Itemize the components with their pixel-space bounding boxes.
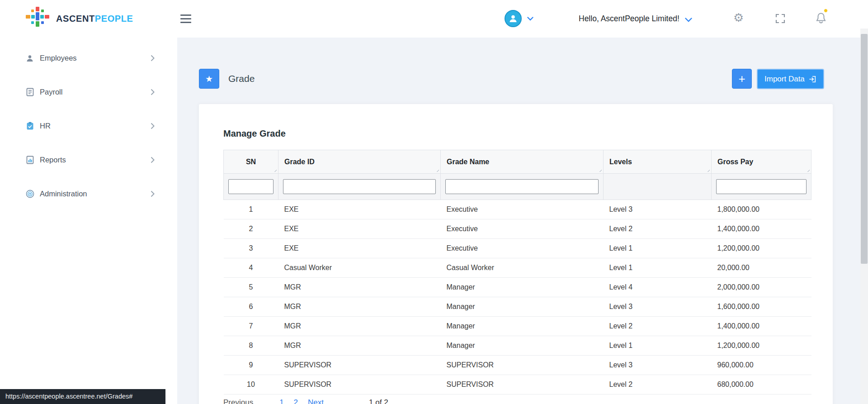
filter-input-sn[interactable] [228, 179, 274, 194]
filter-cell-grade-id [278, 174, 441, 200]
table-cell: Manager [441, 317, 604, 336]
table-filter-row [224, 174, 811, 200]
logo-text: ASCENTPEOPLE [56, 14, 133, 24]
add-grade-button[interactable]: + [732, 69, 752, 89]
hr-clipboard-check-icon [25, 122, 34, 131]
sidebar-item-label: Employees [40, 54, 77, 62]
column-resize-handle-icon[interactable] [435, 168, 439, 172]
sidebar-item-payroll[interactable]: Payroll [0, 75, 177, 109]
table-row[interactable]: 4Casual WorkerCasual WorkerLevel 120,000… [224, 258, 811, 278]
table-cell: Executive [441, 200, 604, 219]
filter-cell-grade-name [441, 174, 604, 200]
employees-person-icon [25, 54, 34, 63]
chevron-right-icon [151, 89, 155, 95]
chevron-right-icon [151, 190, 155, 197]
chevron-right-icon [151, 123, 155, 129]
app-logo[interactable]: ASCENTPEOPLE [26, 7, 133, 30]
table-row[interactable]: 3EXEExecutiveLevel 11,200,000.00 [224, 239, 811, 258]
favorite-star-button[interactable]: ★ [199, 69, 219, 89]
user-avatar[interactable] [505, 10, 522, 27]
table-cell: 10 [224, 375, 278, 394]
column-resize-handle-icon[interactable] [806, 168, 810, 172]
scrollbar[interactable] [860, 29, 868, 404]
table-cell: 1,200,000.00 [712, 239, 811, 258]
greeting-dropdown-chevron-icon[interactable] [685, 18, 692, 22]
column-label: Levels [609, 158, 632, 166]
table-cell: Level 1 [604, 336, 712, 356]
scrollbar-thumb[interactable] [861, 34, 868, 264]
column-resize-handle-icon[interactable] [598, 168, 602, 172]
top-header: ASCENTPEOPLE Hello, AscentPeople Limited… [0, 0, 868, 38]
column-label: Gross Pay [717, 158, 753, 166]
column-header-sn[interactable]: SN [224, 150, 278, 174]
table-cell: 8 [224, 336, 278, 356]
column-label: SN [246, 158, 256, 166]
pagination-page-1[interactable]: 1 [279, 398, 283, 404]
table-row[interactable]: 2EXEExecutiveLevel 21,400,000.00 [224, 219, 811, 239]
sidebar-item-label: HR [40, 122, 51, 130]
sidebar-item-label: Reports [40, 156, 66, 164]
pagination: Previous 1 2 Next 1 of 2 [223, 398, 388, 404]
table-row[interactable]: 7MGRManagerLevel 21,400,000.00 [224, 317, 811, 336]
logo-text-secondary: PEOPLE [95, 14, 133, 24]
table-cell: 1 [224, 200, 278, 219]
table-cell: 1,600,000.00 [712, 297, 811, 317]
column-header-gross-pay[interactable]: Gross Pay [712, 150, 811, 174]
avatar-dropdown-chevron-icon[interactable] [527, 17, 533, 21]
column-header-levels[interactable]: Levels [604, 150, 712, 174]
table-cell: Level 4 [604, 278, 712, 297]
pagination-next[interactable]: Next [308, 398, 324, 404]
table-row[interactable]: 9SUPERVISORSUPERVISORLevel 3960,000.00 [224, 356, 811, 375]
filter-input-gross-pay[interactable] [716, 179, 807, 194]
administration-target-icon [25, 190, 34, 199]
sidebar-item-label: Administration [40, 190, 87, 198]
table-row[interactable]: 5MGRManagerLevel 42,000,000.00 [224, 278, 811, 297]
table-cell: Level 2 [604, 375, 712, 394]
table-cell: Executive [441, 239, 604, 258]
payroll-document-icon [25, 88, 34, 97]
table-cell: Level 3 [604, 200, 712, 219]
sidebar-item-reports[interactable]: Reports [0, 143, 177, 177]
pagination-page-2[interactable]: 2 [294, 398, 298, 404]
pagination-previous[interactable]: Previous [223, 398, 253, 404]
filter-input-grade-id[interactable] [283, 179, 436, 194]
notifications-bell-icon[interactable] [815, 12, 827, 24]
greeting-area[interactable]: Hello, AscentPeople Limited! [579, 0, 692, 38]
column-resize-handle-icon[interactable] [706, 168, 710, 172]
column-resize-handle-icon[interactable] [273, 168, 277, 172]
filter-cell-gross-pay [712, 174, 811, 200]
table-cell: EXE [278, 200, 441, 219]
fullscreen-icon[interactable] [775, 13, 786, 24]
import-data-button[interactable]: Import Data [757, 69, 824, 89]
table-cell: SUPERVISOR [278, 375, 441, 394]
table-cell: 20,000.00 [712, 258, 811, 278]
table-row[interactable]: 8MGRManagerLevel 11,200,000.00 [224, 336, 811, 356]
menu-toggle-icon[interactable] [180, 14, 191, 23]
column-header-grade-id[interactable]: Grade ID [278, 150, 441, 174]
filter-input-grade-name[interactable] [445, 179, 599, 194]
table-cell: Level 3 [604, 297, 712, 317]
table-cell: Level 2 [604, 219, 712, 239]
table-row[interactable]: 10SUPERVISORSUPERVISORLevel 2680,000.00 [224, 375, 811, 394]
table-cell: 7 [224, 317, 278, 336]
table-row[interactable]: 1EXEExecutiveLevel 31,800,000.00 [224, 200, 811, 219]
table-cell: SUPERVISOR [441, 356, 604, 375]
settings-gear-icon[interactable]: ⚙ [733, 12, 744, 24]
filter-cell-sn [224, 174, 278, 200]
table-cell: Casual Worker [278, 258, 441, 278]
table-cell: Level 1 [604, 258, 712, 278]
table-cell: 1,400,000.00 [712, 317, 811, 336]
table-cell: 2,000,000.00 [712, 278, 811, 297]
sidebar-nav: Employees Payroll HR Reports [0, 38, 177, 404]
column-header-grade-name[interactable]: Grade Name [441, 150, 604, 174]
sidebar-item-hr[interactable]: HR [0, 109, 177, 143]
import-data-label: Import Data [764, 75, 805, 84]
table-cell: Manager [441, 297, 604, 317]
filter-cell-levels [604, 174, 712, 200]
notification-dot [824, 9, 828, 13]
greeting-text: Hello, AscentPeople Limited! [579, 14, 679, 24]
sidebar-item-administration[interactable]: Administration [0, 177, 177, 211]
sidebar-item-employees[interactable]: Employees [0, 41, 177, 75]
table-row[interactable]: 6MGRManagerLevel 31,600,000.00 [224, 297, 811, 317]
table-body: 1EXEExecutiveLevel 31,800,000.002EXEExec… [224, 200, 811, 394]
